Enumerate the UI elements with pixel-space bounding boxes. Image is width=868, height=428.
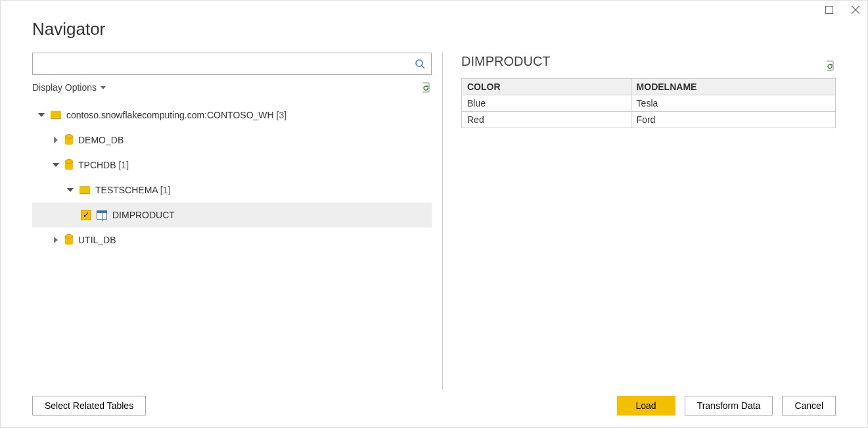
maximize-icon[interactable] [824,5,834,15]
tree-node-label: TPCHDB [1] [78,160,432,170]
tree-node-demo-db[interactable]: DEMO_DB [32,128,432,153]
database-icon [65,135,73,145]
collapse-icon[interactable] [66,186,74,194]
search-icon[interactable] [409,53,431,74]
tree-node-tpchdb[interactable]: TPCHDB [1] [32,153,432,178]
checkbox-checked-icon[interactable]: ✓ [81,210,91,220]
search-box [32,53,432,75]
window-controls [824,5,861,15]
database-icon [65,160,73,170]
refresh-icon[interactable] [420,82,432,93]
navigator-dialog: Navigator Display Options [0,0,868,428]
preview-title: DIMPRODUCT [461,54,551,69]
tree-node-label: DIMPRODUCT [112,210,432,220]
object-tree: contoso.snowflakecomputing.com:CONTOSO_W… [32,103,432,252]
tree-node-label: DEMO_DB [78,135,432,145]
tree-node-testschema[interactable]: TESTSCHEMA [1] [32,178,432,202]
folder-icon [51,111,61,119]
preview-pane: DIMPRODUCT COLOR MODELNAME Blue Tesla Re… [442,53,836,389]
display-options-label: Display Options [32,82,97,93]
tree-node-util-db[interactable]: UTIL_DB [32,227,432,252]
column-header[interactable]: COLOR [462,79,631,95]
column-header[interactable]: MODELNAME [631,79,835,95]
cell: Blue [462,95,631,112]
tree-node-dimproduct[interactable]: ✓ DIMPRODUCT [32,202,432,227]
database-icon [65,235,73,245]
close-icon[interactable] [850,5,861,15]
transform-data-button[interactable]: Transform Data [685,396,773,416]
preview-table: COLOR MODELNAME Blue Tesla Red Ford [461,78,836,128]
expand-icon[interactable] [52,136,60,144]
table-icon [97,210,107,220]
cell: Tesla [631,95,835,112]
refresh-preview-icon[interactable] [824,60,836,72]
svg-point-3 [416,60,423,66]
table-row: Red Ford [462,112,836,128]
tree-node-label: UTIL_DB [78,235,432,245]
cell: Ford [631,112,835,128]
search-input[interactable] [33,53,409,74]
collapse-icon[interactable] [37,111,45,119]
svg-rect-0 [826,7,833,14]
expand-icon[interactable] [52,236,60,244]
tree-node-label: contoso.snowflakecomputing.com:CONTOSO_W… [66,110,432,120]
display-options-dropdown[interactable]: Display Options [32,82,106,93]
cancel-button[interactable]: Cancel [782,396,836,416]
select-related-tables-button[interactable]: Select Related Tables [32,396,146,416]
tree-node-label: TESTSCHEMA [1] [95,185,432,195]
table-row: Blue Tesla [462,95,836,112]
chevron-down-icon [101,86,106,89]
load-button[interactable]: Load [617,396,675,416]
tree-node-warehouse[interactable]: contoso.snowflakecomputing.com:CONTOSO_W… [32,103,432,128]
cell: Red [462,112,631,128]
dialog-footer: Select Related Tables Load Transform Dat… [1,396,867,427]
svg-line-4 [422,66,424,68]
collapse-icon[interactable] [52,161,60,169]
left-pane: Display Options contoso.snowflakecomputi… [32,53,432,389]
page-title: Navigator [32,19,867,39]
folder-icon [80,186,90,194]
